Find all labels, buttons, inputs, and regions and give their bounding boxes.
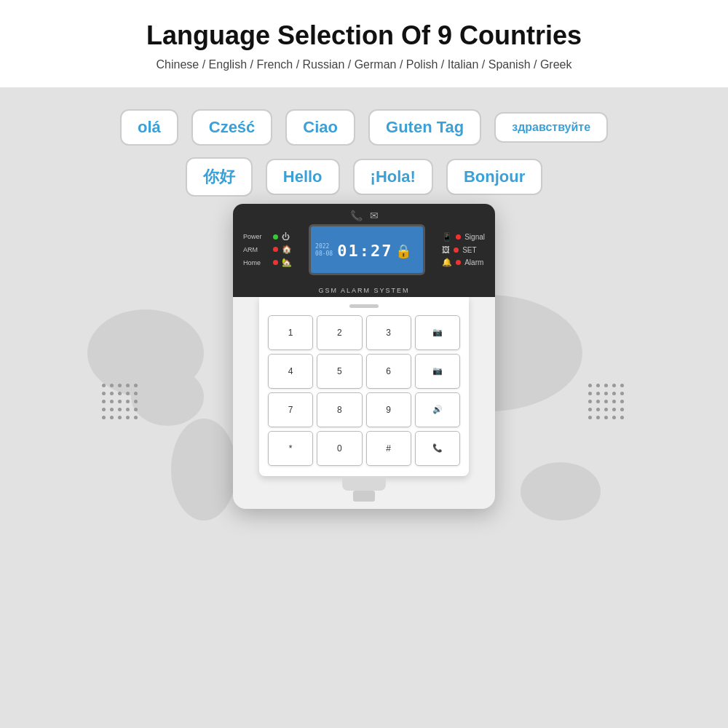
lcd-date: 08-08 xyxy=(315,250,333,258)
right-indicators: 📱 Signal 🖼 SET 🔔 Alarm xyxy=(442,232,485,267)
signal-dot xyxy=(456,234,461,240)
gsm-alarm-device: 📞 ✉ Power ⏻ ARM 🏠 xyxy=(233,204,495,509)
key-2[interactable]: 2 xyxy=(317,315,362,350)
set-icon: 🖼 xyxy=(442,245,450,254)
power-icon: ⏻ xyxy=(282,232,290,241)
keypad-grid: 1 2 3 📷 4 5 6 📷 7 8 9 🔊 * 0 # 📞 xyxy=(268,315,460,466)
keypad-mic xyxy=(349,304,379,308)
left-speaker xyxy=(102,384,140,422)
greeting-hello: Hello xyxy=(266,159,340,195)
key-speaker[interactable]: 🔊 xyxy=(415,392,460,427)
right-speaker xyxy=(588,384,626,422)
key-7[interactable]: 7 xyxy=(268,392,313,427)
greetings-container: olá Cześć Ciao Guten Tag здравствуйте 你好… xyxy=(0,87,728,197)
key-9[interactable]: 9 xyxy=(366,392,411,427)
device-stand-foot xyxy=(353,491,375,502)
top-section: Language Selection Of 9 Countries Chines… xyxy=(0,0,728,87)
greetings-row-1: olá Cześć Ciao Guten Tag здравствуйте xyxy=(120,109,608,146)
key-6[interactable]: 6 xyxy=(366,354,411,389)
key-5[interactable]: 5 xyxy=(317,354,362,389)
power-indicator: Power ⏻ xyxy=(243,232,292,241)
subtitle: Chinese / English / French / Russian / G… xyxy=(15,58,713,71)
home-dot xyxy=(273,260,278,265)
page-title: Language Selection Of 9 Countries xyxy=(15,20,713,51)
key-phone[interactable]: 📞 xyxy=(415,431,460,466)
greeting-zdravstvuyte: здравствуйте xyxy=(494,112,608,143)
key-3[interactable]: 3 xyxy=(366,315,411,350)
home-icon: 🏡 xyxy=(282,258,292,267)
lcd-year: 2022 xyxy=(315,243,333,250)
key-star[interactable]: * xyxy=(268,431,313,466)
signal-indicator: 📱 Signal xyxy=(442,232,485,242)
alarm-indicator: 🔔 Alarm xyxy=(442,258,485,267)
key-cam2[interactable]: 📷 xyxy=(415,354,460,389)
key-cam1[interactable]: 📷 xyxy=(415,315,460,350)
home-label: Home xyxy=(243,259,269,266)
key-1[interactable]: 1 xyxy=(268,315,313,350)
envelope-icon: ✉ xyxy=(370,210,379,221)
greeting-nihao: 你好 xyxy=(186,157,253,197)
home-indicator: Home 🏡 xyxy=(243,258,292,267)
arm-icon: 🏠 xyxy=(282,245,292,254)
greetings-row-2: 你好 Hello ¡Hola! Bonjour xyxy=(186,157,542,197)
device-wrapper: 📞 ✉ Power ⏻ ARM 🏠 xyxy=(0,204,728,509)
device-top-panel: 📞 ✉ Power ⏻ ARM 🏠 xyxy=(233,204,495,284)
signal-device-icon: 📱 xyxy=(442,232,452,242)
set-indicator: 🖼 SET xyxy=(442,245,485,254)
device-label: GSM ALARM SYSTEM xyxy=(233,284,495,297)
greeting-hola: ¡Hola! xyxy=(353,159,433,195)
key-8[interactable]: 8 xyxy=(317,392,362,427)
greeting-bonjour: Bonjour xyxy=(446,159,542,195)
key-0[interactable]: 0 xyxy=(317,431,362,466)
lcd-time: 01:27 xyxy=(337,243,392,259)
set-dot xyxy=(454,248,459,253)
greeting-guten-tag: Guten Tag xyxy=(368,109,481,146)
alarm-dot xyxy=(456,260,461,265)
phone-icon: 📞 xyxy=(350,210,363,221)
arm-dot xyxy=(273,247,278,252)
alarm-bell-icon: 🔔 xyxy=(442,258,452,267)
key-hash[interactable]: # xyxy=(366,431,411,466)
keypad-section: 1 2 3 📷 4 5 6 📷 7 8 9 🔊 * 0 # 📞 xyxy=(259,297,469,476)
key-4[interactable]: 4 xyxy=(268,354,313,389)
greeting-ola: olá xyxy=(120,109,178,146)
left-indicators: Power ⏻ ARM 🏠 Home 🏡 xyxy=(243,232,292,267)
arm-indicator: ARM 🏠 xyxy=(243,245,292,254)
arm-label: ARM xyxy=(243,246,269,253)
alarm-label: Alarm xyxy=(464,258,483,266)
power-label: Power xyxy=(243,233,269,240)
bottom-section: olá Cześć Ciao Guten Tag здравствуйте 你好… xyxy=(0,87,728,728)
greeting-ciao: Ciao xyxy=(285,109,355,146)
set-label: SET xyxy=(462,246,476,254)
device-stand xyxy=(342,476,386,491)
signal-label: Signal xyxy=(464,233,485,241)
power-dot xyxy=(273,234,278,240)
lcd-lock-icon: 🔒 xyxy=(395,243,411,259)
lcd-screen: 2022 08-08 01:27 🔒 xyxy=(309,224,425,275)
greeting-czesc: Cześć xyxy=(191,109,273,146)
